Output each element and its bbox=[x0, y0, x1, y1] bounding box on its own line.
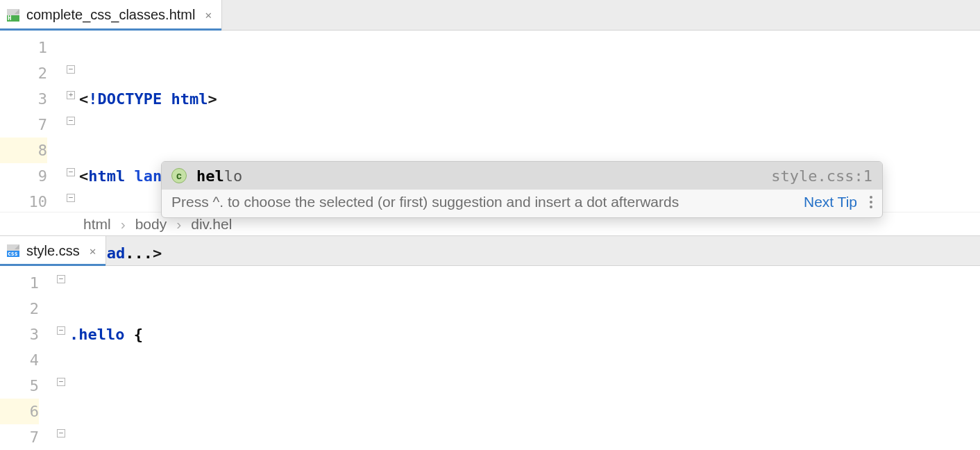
fold-toggle-icon[interactable] bbox=[57, 275, 65, 283]
close-icon[interactable]: ✕ bbox=[205, 8, 212, 22]
css-editor[interactable]: 1 2 3 4 5 6 7 .hello { } #world { } bbox=[0, 266, 980, 450]
tab-bar-top: H complete_css_classes.html ✕ bbox=[0, 0, 980, 31]
gutter: 1 2 3 4 5 6 7 bbox=[0, 266, 57, 450]
fold-expand-icon[interactable] bbox=[67, 91, 75, 99]
fold-toggle-icon[interactable] bbox=[57, 378, 65, 386]
code-completion-popup: c hello style.css:1 Press ^. to choose t… bbox=[161, 161, 883, 218]
tab-label: style.css bbox=[26, 243, 80, 259]
fold-toggle-icon[interactable] bbox=[67, 117, 75, 125]
fold-toggle-icon[interactable] bbox=[57, 326, 65, 335]
close-icon[interactable]: ✕ bbox=[90, 244, 96, 258]
class-icon: c bbox=[171, 168, 187, 183]
more-options-icon[interactable] bbox=[870, 196, 872, 208]
completion-hint: Press ^. to choose the selected (or firs… bbox=[171, 194, 679, 210]
tab-label: complete_css_classes.html bbox=[26, 7, 195, 23]
code-area[interactable]: .hello { } #world { } bbox=[69, 266, 980, 450]
completion-text: hello bbox=[196, 167, 242, 185]
css-file-icon: css bbox=[6, 243, 21, 258]
fold-toggle-icon[interactable] bbox=[67, 168, 75, 176]
completion-item[interactable]: c hello style.css:1 bbox=[162, 162, 882, 190]
html-file-icon: H bbox=[6, 8, 21, 23]
tab-css-file[interactable]: css style.css ✕ bbox=[0, 236, 106, 265]
fold-toggle-icon[interactable] bbox=[67, 65, 75, 74]
completion-location: style.css:1 bbox=[771, 167, 872, 185]
fold-toggle-icon[interactable] bbox=[57, 429, 65, 438]
gutter: 1 2 3 7 8 9 10 bbox=[0, 31, 67, 212]
fold-toggle-icon[interactable] bbox=[67, 194, 75, 202]
tab-html-file[interactable]: H complete_css_classes.html ✕ bbox=[0, 0, 222, 30]
next-tip-link[interactable]: Next Tip bbox=[804, 194, 857, 210]
